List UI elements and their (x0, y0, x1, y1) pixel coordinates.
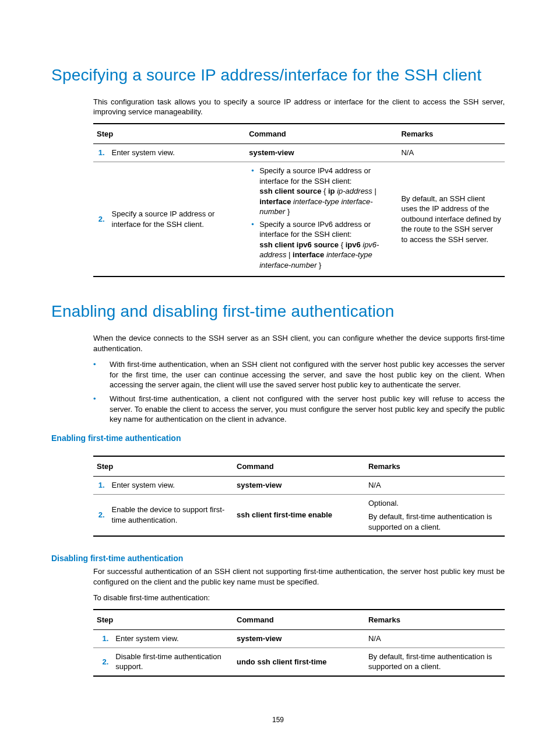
step-remarks: By default, an SSH client uses the IP ad… (397, 162, 505, 276)
th-command: Command (233, 610, 365, 630)
step-cmd: ssh client first-time enable (233, 494, 365, 536)
th-remarks: Remarks (365, 456, 505, 477)
step-desc: Enter system view. (108, 144, 246, 162)
step-num: 2. (93, 162, 108, 276)
bullet-item: Without first-time authentication, a cli… (110, 394, 505, 425)
step-desc: Specify a source IP address or interface… (108, 162, 246, 276)
th-command: Command (245, 124, 397, 144)
step-desc: Enter system view. (108, 477, 233, 495)
th-step: Step (93, 456, 233, 477)
step-remarks: N/A (365, 630, 505, 648)
section1-table: Step Command Remarks 1. Enter system vie… (93, 123, 505, 278)
bullet-item: With first-time authentication, when an … (110, 359, 505, 390)
step-cmd: Specify a source IPv4 address or interfa… (245, 162, 397, 276)
sub2-heading: Disabling first-time authentication (51, 553, 505, 564)
cmd-bullet: Specify a source IPv4 address or interfa… (259, 166, 394, 217)
sub2-table: Step Command Remarks 1. Enter system vie… (93, 609, 505, 677)
section2-intro: When the device connects to the SSH serv… (93, 333, 505, 354)
step-desc: Enable the device to support first-time … (108, 494, 233, 536)
table-row: 2. Enable the device to support first-ti… (93, 494, 505, 536)
cmd-bullet: Specify a source IPv6 address or interfa… (259, 219, 394, 271)
page: Specifying a source IP address/interface… (0, 0, 556, 756)
table-row: 2. Disable first-time authentication sup… (93, 648, 505, 676)
th-step: Step (93, 124, 245, 144)
section1-intro: This configuration task allows you to sp… (93, 97, 505, 117)
step-num: 2. (93, 494, 108, 536)
table-row: 1. Enter system view. system-view N/A (93, 144, 505, 162)
sub1-table: Step Command Remarks 1. Enter system vie… (93, 456, 505, 537)
th-command: Command (233, 456, 365, 477)
section1-heading: Specifying a source IP address/interface… (51, 64, 505, 86)
step-cmd: system-view (233, 630, 365, 648)
step-desc: Disable first-time authentication suppor… (112, 648, 233, 676)
section2-bullets: With first-time authentication, when an … (51, 359, 505, 424)
step-remarks: N/A (397, 144, 505, 162)
step-num: 1. (93, 630, 112, 648)
step-num: 2. (93, 648, 112, 676)
step-remarks: Optional. By default, first-time authent… (365, 494, 505, 536)
table-row: 2. Specify a source IP address or interf… (93, 162, 505, 276)
th-step: Step (93, 610, 233, 630)
page-number: 159 (0, 715, 556, 724)
step-num: 1. (93, 144, 108, 162)
step-desc: Enter system view. (112, 630, 233, 648)
section2-heading: Enabling and disabling first-time authen… (51, 300, 505, 323)
sub2-para1: For successful authentication of an SSH … (93, 566, 505, 587)
step-remarks: N/A (365, 477, 505, 495)
th-remarks: Remarks (397, 124, 505, 144)
step-remarks: By default, first-time authentication is… (365, 648, 505, 676)
th-remarks: Remarks (365, 610, 505, 630)
table-row: 1. Enter system view. system-view N/A (93, 477, 505, 495)
sub1-heading: Enabling first-time authentication (51, 433, 505, 444)
table-row: 1. Enter system view. system-view N/A (93, 630, 505, 648)
step-num: 1. (93, 477, 108, 495)
step-cmd: system-view (233, 477, 365, 495)
sub2-para2: To disable first-time authentication: (93, 593, 505, 603)
step-cmd: system-view (245, 144, 397, 162)
step-cmd: undo ssh client first-time (233, 648, 365, 676)
